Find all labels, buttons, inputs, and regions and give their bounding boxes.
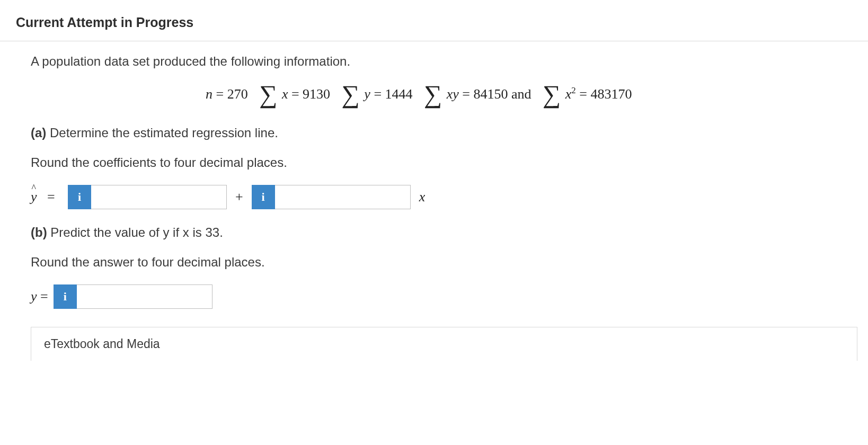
equals-sign: = [47,189,55,204]
sum-x2-exp: 2 [571,85,575,95]
y-equals-prefix: y = [31,289,48,305]
prediction-input[interactable] [77,284,212,309]
sigma-icon: ∑ [543,83,561,105]
sum-x2-base: x [565,86,572,102]
part-b-prompt: (b) Predict the value of y if x is 33. [31,225,868,240]
part-b-text: Predict the value of y if x is 33. [50,225,223,239]
part-b-instruction: Round the answer to four decimal places. [31,255,868,270]
sum-x2-value: 483170 [590,86,632,102]
info-icon[interactable]: i [54,284,77,309]
regression-input-row: ^ y = i + i x [31,185,868,209]
hat-icon: ^ [32,183,36,194]
sum-xy-value: 84150 [474,86,508,102]
page: Current Attempt in Progress A population… [0,0,868,445]
slope-input[interactable] [275,185,411,209]
question-content: A population data set produced the follo… [0,41,868,361]
n-label: n [206,86,212,102]
sigma-icon: ∑ [424,83,442,105]
sigma-icon: ∑ [259,83,277,105]
plus-sign: + [235,189,243,205]
intercept-answer-box: i [68,185,227,209]
intercept-input[interactable] [91,185,227,209]
x-suffix: x [419,189,426,205]
intro-text: A population data set produced the follo… [31,54,868,69]
slope-answer-box: i [252,185,411,209]
and-text: and [511,86,532,102]
info-icon[interactable]: i [252,185,275,209]
sum-x-var: x [282,86,288,102]
n-value: 270 [227,86,248,102]
sigma-icon: ∑ [342,83,360,105]
info-icon[interactable]: i [68,185,91,209]
part-a-label: (a) [31,126,46,140]
sum-xy-var: xy [447,86,459,102]
attempt-header: Current Attempt in Progress [0,0,868,41]
part-b-label: (b) [31,225,47,239]
sum-y-var: y [364,86,370,102]
equation-summary: n = 270 ∑ x = 9130 ∑ y = 1444 ∑ xy = 841… [31,84,868,106]
yhat-prefix: ^ y = [31,189,63,205]
etextbook-media-button[interactable]: eTextbook and Media [31,327,857,361]
part-a-prompt: (a) Determine the estimated regression l… [31,126,868,140]
part-a-instruction: Round the coefficients to four decimal p… [31,155,868,170]
part-a-text: Determine the estimated regression line. [50,126,278,140]
sum-y-value: 1444 [385,86,413,102]
prediction-answer-box: i [54,284,212,309]
prediction-input-row: y = i [31,284,868,309]
sum-x-value: 9130 [303,86,330,102]
